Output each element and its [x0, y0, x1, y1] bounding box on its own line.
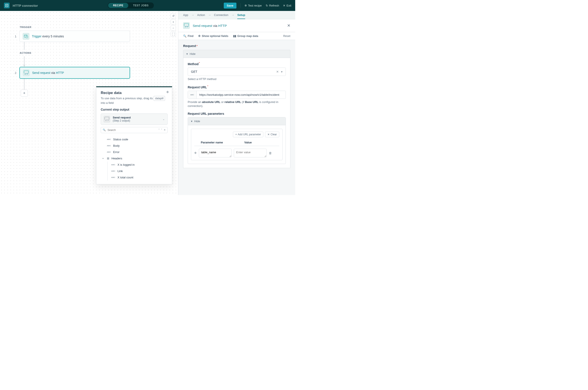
- add-param-label: Add URL parameter: [238, 133, 261, 136]
- param-name-header: Parameter name: [194, 141, 244, 144]
- popover-desc-post: into a field: [101, 101, 114, 104]
- datapill-link[interactable]: ABCLink: [101, 168, 168, 174]
- datapill-status-code[interactable]: ABCStatus code: [101, 136, 168, 143]
- request-label-text: Request: [183, 44, 196, 48]
- exit-button[interactable]: ✕ Exit: [283, 4, 291, 7]
- param-name-input[interactable]: [199, 149, 232, 157]
- datapill-search-input[interactable]: [107, 128, 157, 132]
- request-collapse-toggle[interactable]: ▾ Hide: [183, 50, 290, 58]
- page-title: HTTP connector: [13, 4, 38, 7]
- datapill-chip: datapill: [154, 96, 165, 101]
- panel-body[interactable]: Request* ▾ Hide Method* GET ✕: [178, 40, 295, 195]
- url-input[interactable]: https://workatodpp.service-now.com/api/n…: [197, 91, 286, 98]
- step-1-number: 1: [12, 35, 16, 38]
- prev-icon[interactable]: ˄: [158, 129, 160, 131]
- params-collapse: ▾ Hide +Add URL parameter ✕Clear: [188, 117, 286, 164]
- mode-toggle: RECIPE TEST JOBS: [108, 2, 154, 8]
- group-map-button[interactable]: ▮▮Group map data: [233, 34, 258, 38]
- step-1-card[interactable]: Trigger every 5 minutes: [19, 31, 130, 42]
- step-2-card[interactable]: HTTP Send request via HTTP: [19, 67, 130, 79]
- params-box: +Add URL parameter ✕Clear Parameter name…: [191, 129, 282, 160]
- show-optional-button[interactable]: ✲Show optional fields: [198, 34, 228, 38]
- datapill-x-total-count[interactable]: ABCX total count: [101, 174, 168, 181]
- step-2-link1: Send request: [32, 71, 50, 75]
- datapill-x-logged-in[interactable]: ABCX is logged in: [101, 162, 168, 168]
- recipe-canvas[interactable]: ↺ + − ⛶ TRIGGER 1 Trigger every 5 minute…: [0, 11, 178, 195]
- param-value-input[interactable]: [234, 149, 267, 157]
- method-select[interactable]: GET ✕ ▾: [188, 68, 286, 76]
- delete-icon[interactable]: 🗑: [269, 151, 272, 155]
- output-subtitle: (Step 2 output): [113, 119, 160, 122]
- step-2-mid: via: [50, 71, 56, 75]
- url-params-label: Request URL parameters: [188, 112, 286, 115]
- crumb-connection[interactable]: Connection: [214, 13, 228, 17]
- output-title: Send request: [113, 116, 160, 119]
- params-header: Parameter name Value: [194, 140, 279, 146]
- pill-label: Headers: [111, 157, 122, 160]
- search-icon: 🔍: [183, 34, 187, 38]
- request-collapse-body: Method* GET ✕ ▾ Select a HTTP method Req…: [183, 58, 290, 168]
- url-hint-b3: Base URL: [245, 100, 258, 104]
- panel-title-link2: HTTP: [218, 24, 227, 28]
- fit-button[interactable]: ⛶: [171, 32, 176, 37]
- chevron-down-icon[interactable]: ▾: [281, 70, 282, 73]
- close-icon: ✕: [268, 133, 270, 136]
- next-icon[interactable]: ˅: [161, 129, 162, 131]
- popover-desc-pre: To use data from a previous step, drag i…: [101, 97, 154, 100]
- datapill-headers[interactable]: ▾▦Headers: [101, 155, 168, 162]
- url-hint-b1: absolute URL: [202, 100, 221, 104]
- method-field: Method* GET ✕ ▾ Select a HTTP method: [188, 62, 286, 81]
- output-card[interactable]: HTTP Send request (Step 2 output) ⌄: [101, 113, 168, 125]
- crumb-setup[interactable]: Setup: [237, 13, 245, 19]
- pill-label: Status code: [113, 138, 128, 141]
- close-panel-button[interactable]: ✕: [287, 23, 290, 28]
- recipe-data-popover: Recipe data To use data from a previous …: [96, 86, 172, 184]
- crumb-app[interactable]: App: [183, 13, 188, 17]
- caret-down-icon: ▾: [102, 157, 105, 160]
- method-label: Method*: [188, 62, 286, 66]
- zoom-out-button[interactable]: −: [171, 25, 176, 31]
- scheduler-icon: [23, 33, 29, 40]
- datapill-body[interactable]: ABCBody: [101, 143, 168, 149]
- params-collapse-toggle[interactable]: ▾ Hide: [188, 117, 286, 125]
- add-step-button[interactable]: +: [21, 90, 28, 97]
- drag-handle-icon[interactable]: ✥: [194, 151, 197, 154]
- popover-title: Recipe data: [101, 91, 168, 95]
- url-hint-b2: relative URL: [225, 100, 241, 104]
- method-value: GET: [191, 70, 276, 73]
- move-icon[interactable]: ✥: [166, 90, 169, 94]
- find-label: Find: [188, 35, 193, 38]
- refresh-button[interactable]: ↻ Refresh: [266, 4, 279, 7]
- datapill-list: ABCStatus code ABCBody ABCError ▾▦Header…: [96, 135, 172, 184]
- panel-title-link1: Send request: [193, 24, 212, 28]
- step-2-text: Send request via HTTP: [32, 71, 64, 75]
- test-recipe-label: Test recipe: [248, 4, 262, 7]
- zoom-in-button[interactable]: +: [171, 19, 176, 24]
- clear-icon[interactable]: ✕: [276, 70, 279, 73]
- pill-label: Link: [118, 169, 123, 173]
- undo-button[interactable]: ↺: [171, 13, 176, 18]
- method-label-text: Method: [188, 62, 199, 66]
- save-button[interactable]: Save: [224, 3, 236, 8]
- step-2-number: 2: [12, 71, 16, 75]
- tab-recipe[interactable]: RECIPE: [108, 3, 128, 8]
- tab-test-jobs[interactable]: TEST JOBS: [128, 3, 153, 8]
- http-icon: HTTP: [183, 22, 190, 29]
- test-recipe-button[interactable]: ✲ Test recipe: [244, 4, 262, 7]
- crumb-action[interactable]: Action: [197, 13, 205, 17]
- current-step-output-label: Current step output: [96, 108, 172, 111]
- required-star: *: [207, 85, 208, 88]
- svg-rect-0: [5, 4, 8, 7]
- datapill-error[interactable]: ABCError: [101, 149, 168, 155]
- add-url-param-button[interactable]: +Add URL parameter: [233, 132, 263, 137]
- clear-icon[interactable]: ✕: [164, 129, 166, 131]
- reset-button[interactable]: Reset: [283, 35, 290, 38]
- caret-down-icon: ▾: [191, 120, 192, 123]
- find-button[interactable]: 🔍Find: [183, 34, 193, 38]
- clear-params-button[interactable]: ✕Clear: [265, 132, 279, 137]
- connector-1: [24, 42, 130, 50]
- topbar: HTTP connector RECIPE TEST JOBS Save ✲ T…: [0, 0, 295, 11]
- step-1-rest: every 5 minutes: [42, 35, 64, 38]
- step-1-text: Trigger every 5 minutes: [32, 35, 64, 38]
- panel-tools: 🔍Find ✲Show optional fields ▮▮Group map …: [178, 32, 295, 40]
